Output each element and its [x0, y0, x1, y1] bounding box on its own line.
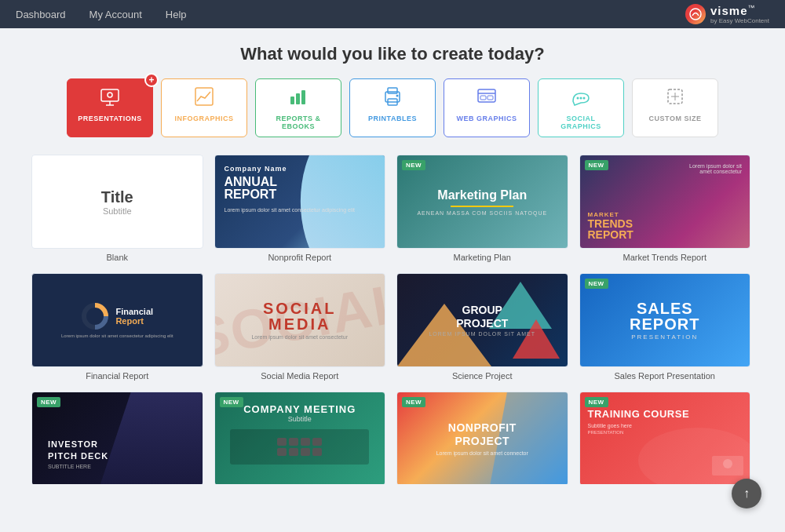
- marketing-sub: AENEAN MASSA COM SOCIIS NATOQUE: [417, 210, 547, 216]
- template-label-blank: Blank: [31, 253, 203, 262]
- plus-badge: +: [144, 73, 159, 87]
- template-social-media[interactable]: SOCIAL SOCIAL MEDIA Lorem ipsum dolor si…: [214, 273, 386, 381]
- template-blank[interactable]: Title Subtitle Blank: [31, 155, 203, 262]
- svg-rect-8: [301, 90, 305, 104]
- training-thumb: NEW TRAINING COURSE Subtitle goes here P…: [579, 392, 751, 484]
- new-badge-marketing: NEW: [402, 160, 425, 170]
- training-title: TRAINING COURSE: [588, 408, 690, 421]
- cat-label-presentations: PRESENTATIONS: [78, 115, 142, 122]
- nonprofit-company: Company Name: [225, 165, 287, 173]
- nonprofit-report-title: ANNUAL REPORT: [225, 176, 278, 201]
- investor-thumb: NEW INVESTORPITCH DECK SUBTITLE HERE: [31, 392, 203, 484]
- new-badge-nonprofit-art: NEW: [402, 397, 425, 407]
- svg-rect-16: [487, 96, 493, 100]
- financial-lorem: Lorem ipsum dolor sit amet consectetur a…: [55, 333, 180, 338]
- chair-3: [301, 438, 310, 446]
- scroll-to-top-button[interactable]: ↑: [732, 479, 761, 508]
- cat-label-printables: PRINTABLES: [368, 115, 417, 122]
- template-marketing-plan[interactable]: NEW Marketing Plan AENEAN MASSA COM SOCI…: [396, 155, 568, 262]
- template-label-sales: Sales Report Presentation: [579, 371, 751, 381]
- svg-point-18: [580, 97, 582, 100]
- template-company-meeting[interactable]: NEW COMPANY MEETING Subtitle: [214, 392, 386, 484]
- blank-thumb: Title Subtitle: [31, 155, 203, 249]
- nav-links: Dashboard My Account Help: [16, 9, 187, 20]
- template-training-course[interactable]: NEW TRAINING COURSE Subtitle goes here P…: [579, 392, 751, 484]
- company-meeting-thumb: NEW COMPANY MEETING Subtitle: [214, 392, 386, 484]
- cat-tab-reports[interactable]: REPORTS & EBOOKS: [255, 78, 341, 137]
- group-project-thumb: GROUPPROJECT LOREM IPSUM DOLOR SIT AMET: [396, 273, 568, 367]
- company-table-area: [230, 429, 369, 465]
- chair-6: [289, 448, 298, 456]
- marketing-title: Marketing Plan: [437, 188, 527, 202]
- cat-tab-webgraphics[interactable]: WEB GRAPHICS: [444, 78, 530, 137]
- gp-sub: LOREM IPSUM DOLOR SIT AMET: [429, 331, 535, 337]
- template-nonprofit-report[interactable]: Company Name ANNUAL REPORT Lorem ipsum d…: [214, 155, 386, 262]
- template-investor-pitch[interactable]: NEW INVESTORPITCH DECK SUBTITLE HERE Inv…: [31, 392, 203, 484]
- sales-sub: PRESENTATION: [631, 333, 698, 341]
- cat-tab-presentations[interactable]: + PRESENTATIONS: [67, 78, 153, 137]
- chair-1: [277, 438, 287, 446]
- market-trends-thumb: NEW Lorem ipsum dolor sitamet consectetu…: [579, 155, 751, 249]
- marketing-thumb: NEW Marketing Plan AENEAN MASSA COM SOCI…: [396, 155, 568, 249]
- logo-icon: [685, 4, 706, 24]
- chair-2: [289, 438, 298, 446]
- nav-my-account[interactable]: My Account: [89, 9, 142, 20]
- template-label-marketing: Marketing Plan: [396, 253, 568, 262]
- cat-tab-infographics[interactable]: INFOGRAPHICS: [161, 78, 247, 137]
- sales-title: SALESREPORT: [630, 301, 699, 332]
- logo: visme™ by Easy WebContent: [685, 4, 769, 24]
- svg-point-19: [583, 97, 586, 100]
- template-financial-report[interactable]: Financial Report Lorem ipsum dolor sit a…: [31, 273, 203, 381]
- company-title: COMPANY MEETING: [243, 403, 356, 415]
- webgraphics-icon: [476, 86, 498, 111]
- cat-label-reports: REPORTS & EBOOKS: [265, 115, 331, 130]
- blank-subtitle-text: Subtitle: [103, 206, 132, 216]
- marketing-bar: [451, 206, 513, 207]
- nonprofit-desc: Lorem ipsum dolor sit amet consectetur a…: [225, 207, 356, 213]
- new-badge-sales: NEW: [585, 279, 608, 289]
- new-badge-training: NEW: [585, 397, 608, 407]
- svg-point-17: [577, 97, 579, 100]
- cat-tab-printables[interactable]: PRINTABLES: [349, 78, 436, 137]
- template-label-social-media: Social Media Report: [214, 371, 386, 381]
- category-tabs: + PRESENTATIONS INFOGRAPHICS: [31, 78, 754, 137]
- company-sub: Subtitle: [288, 415, 312, 423]
- cat-tab-customsize[interactable]: CUSTOM SIZE: [632, 78, 718, 137]
- template-sales-report[interactable]: NEW SALESREPORT PRESENTATION Sales Repor…: [579, 273, 751, 381]
- svg-rect-1: [101, 89, 119, 101]
- logo-text: visme™ by Easy WebContent: [710, 4, 769, 24]
- new-badge-market-trends: NEW: [585, 160, 608, 170]
- cat-label-customsize: CUSTOM SIZE: [649, 115, 702, 122]
- template-science-project[interactable]: GROUPPROJECT LOREM IPSUM DOLOR SIT AMET …: [396, 273, 568, 381]
- financial-header: Financial Report: [81, 302, 153, 330]
- svg-rect-10: [388, 88, 397, 93]
- financial-donut-icon: [81, 302, 109, 330]
- template-label-market-trends: Market Trends Report: [579, 253, 751, 262]
- svg-rect-7: [296, 93, 300, 104]
- presentations-icon: [99, 86, 121, 111]
- training-sub: Subtitle goes here: [588, 423, 632, 428]
- reports-icon: [287, 86, 309, 111]
- nonprofit-water-bg: [291, 155, 385, 248]
- chair-4: [312, 438, 322, 446]
- chair-7: [301, 448, 310, 456]
- svg-point-12: [396, 95, 399, 97]
- template-nonprofit-art[interactable]: NEW NONPROFITPROJECT Lorem ipsum dolor s…: [396, 392, 568, 484]
- nav-help[interactable]: Help: [166, 9, 187, 20]
- cat-tab-socialgraphics[interactable]: SOCIAL GRAPHICS: [538, 78, 624, 137]
- page-title: What would you like to create today?: [31, 44, 754, 64]
- nonprofit-art-thumb: NEW NONPROFITPROJECT Lorem ipsum dolor s…: [396, 392, 568, 484]
- social-media-main: SOCIAL MEDIA Lorem ipsum dolor sit amet …: [251, 301, 348, 340]
- company-chairs: [277, 438, 322, 456]
- svg-point-0: [690, 9, 701, 20]
- template-market-trends[interactable]: NEW Lorem ipsum dolor sitamet consectetu…: [579, 155, 751, 262]
- template-label-financial: Financial Report: [31, 371, 203, 381]
- main-content: What would you like to create today? + P…: [0, 28, 785, 492]
- new-badge-company: NEW: [220, 397, 243, 407]
- svg-point-4: [108, 93, 112, 97]
- infographics-icon: [193, 86, 215, 111]
- financial-text-block: Financial Report: [115, 307, 153, 326]
- printables-icon: [382, 86, 403, 111]
- cat-label-infographics: INFOGRAPHICS: [174, 115, 233, 122]
- nav-dashboard[interactable]: Dashboard: [16, 9, 66, 20]
